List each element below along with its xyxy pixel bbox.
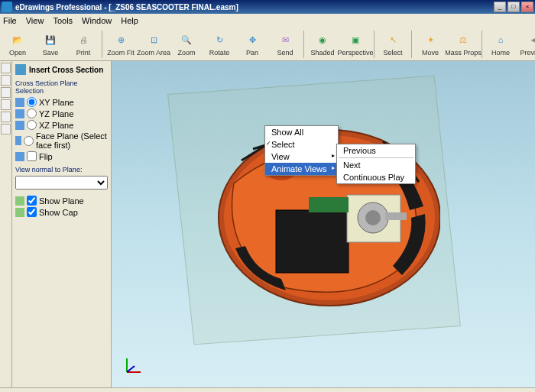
ctx-animate-views[interactable]: Animate Views▸ [265, 163, 338, 175]
plane-radio-1[interactable] [27, 109, 37, 118]
menu-window[interactable]: Window [82, 16, 112, 25]
tool-label: Select [383, 49, 402, 57]
tool-rotate[interactable]: ↻Rotate [203, 30, 235, 58]
plane-label: XY Plane [39, 98, 74, 107]
tool-icon: ↻ [211, 31, 228, 48]
tool-select[interactable]: ↖Select [377, 30, 409, 58]
context-menu: Show All ✓Select View▸ Animate Views▸ [264, 125, 339, 176]
context-submenu: Previous Next Continuous Play [336, 144, 416, 184]
vtool-1[interactable] [1, 63, 11, 73]
section-head-normal: View normal to Plane: [15, 166, 108, 173]
ctx-view[interactable]: View▸ [265, 151, 338, 163]
tool-label: Zoom [177, 49, 195, 57]
flip-icon [15, 152, 24, 161]
vtool-5[interactable] [1, 112, 11, 122]
tool-zoom-fit[interactable]: ⊕Zoom Fit [105, 30, 137, 58]
showcap-label: Show Cap [39, 208, 78, 217]
viewport-3d[interactable]: Show All ✓Select View▸ Animate Views▸ Pr… [112, 61, 535, 387]
sub-previous[interactable]: Previous [337, 144, 415, 157]
tool-save[interactable]: 💾Save [34, 30, 66, 58]
vtool-6[interactable] [1, 124, 11, 134]
showplane-checkbox[interactable] [27, 196, 37, 206]
tool-pan[interactable]: ✥Pan [236, 30, 268, 58]
minimize-button[interactable]: _ [494, 2, 506, 12]
tool-zoom[interactable]: 🔍Zoom [170, 30, 203, 58]
tool-label: Open [9, 49, 26, 57]
section-head-planes: Cross Section Plane Selection [15, 79, 108, 95]
showplane-icon [15, 196, 24, 206]
tool-icon: 🖨 [75, 31, 92, 48]
flip-label: Flip [39, 152, 53, 161]
vtool-2[interactable] [1, 75, 11, 86]
tool-shaded[interactable]: ◉Shaded [306, 30, 339, 58]
sub-next[interactable]: Next [337, 159, 415, 171]
ctx-select[interactable]: ✓Select [265, 138, 338, 151]
tool-icon: ⊡ [145, 31, 162, 48]
vtool-4[interactable] [1, 99, 11, 110]
ctx-show-all[interactable]: Show All [265, 126, 338, 138]
tool-icon: ✦ [422, 31, 439, 48]
tool-label: Mass Props [445, 49, 481, 57]
tool-label: Zoom Fit [107, 49, 135, 57]
tool-label: Rotate [209, 49, 230, 57]
plane-radio-0[interactable] [27, 97, 37, 107]
tool-icon: 📂 [9, 31, 26, 48]
tool-label: Send [277, 49, 293, 57]
flip-checkbox[interactable] [27, 151, 37, 161]
tool-label: Shaded [310, 49, 334, 57]
tool-print[interactable]: 🖨Print [67, 30, 99, 58]
svg-line-11 [127, 366, 135, 372]
plane-icon [15, 121, 24, 130]
svg-rect-7 [385, 212, 407, 220]
maximize-button[interactable]: □ [507, 2, 520, 12]
view-normal-select[interactable] [15, 176, 108, 190]
tool-icon: ↖ [384, 31, 401, 48]
close-button[interactable]: × [521, 2, 533, 12]
tool-icon: ⚖ [455, 31, 472, 48]
tool-label: Home [491, 49, 510, 57]
tool-label: Perspective [337, 49, 373, 57]
tool-icon: ⊕ [112, 31, 129, 48]
plane-label: YZ Plane [39, 109, 73, 118]
plane-radio-2[interactable] [27, 120, 37, 130]
tool-zoom-area[interactable]: ⊡Zoom Area [138, 30, 170, 58]
side-panel: Insert Cross Section Cross Section Plane… [12, 61, 112, 387]
plane-icon [15, 136, 21, 145]
tool-icon: ▣ [347, 31, 364, 48]
tool-label: Pan [246, 49, 258, 57]
tool-label: Print [76, 49, 91, 57]
menu-tools[interactable]: Tools [53, 16, 73, 25]
submenu-divider [339, 157, 413, 158]
tool-icon: ◉ [314, 31, 331, 48]
tool-open[interactable]: 📂Open [2, 30, 34, 58]
title-bar: eDrawings Professional - [_ZS06 SEASCOOT… [0, 0, 535, 14]
vertical-toolbar [0, 61, 12, 387]
showcap-checkbox[interactable] [27, 207, 37, 217]
tool-icon: 🔍 [178, 31, 195, 48]
sub-continuous[interactable]: Continuous Play [337, 171, 415, 183]
window-title: eDrawings Professional - [_ZS06 SEASCOOT… [15, 3, 494, 11]
menu-bar: File View Tools Window Help [0, 14, 535, 28]
svg-rect-3 [276, 210, 349, 273]
svg-point-6 [365, 210, 381, 225]
tool-label: Move [422, 49, 439, 57]
tool-label: Save [43, 49, 59, 57]
tool-previous[interactable]: ◄Previous [517, 30, 535, 58]
tool-perspective[interactable]: ▣Perspective [339, 30, 371, 58]
menu-view[interactable]: View [26, 16, 44, 25]
tool-icon: ✥ [244, 31, 261, 48]
plane-label: Face Plane (Select face first) [36, 131, 108, 150]
tool-home[interactable]: ⌂Home [485, 30, 517, 58]
plane-icon [15, 98, 24, 107]
plane-radio-3[interactable] [24, 136, 34, 146]
tool-move[interactable]: ✦Move [414, 30, 446, 58]
vtool-3[interactable] [1, 87, 11, 98]
tool-icon: 💾 [42, 31, 59, 48]
tool-send[interactable]: ✉Send [269, 30, 301, 58]
menu-file[interactable]: File [3, 16, 17, 25]
menu-help[interactable]: Help [121, 16, 138, 25]
plane-icon [15, 109, 24, 118]
plane-label: XZ Plane [39, 121, 73, 130]
tool-mass-props[interactable]: ⚖Mass Props [447, 30, 479, 58]
tool-icon: ◄ [525, 31, 535, 48]
